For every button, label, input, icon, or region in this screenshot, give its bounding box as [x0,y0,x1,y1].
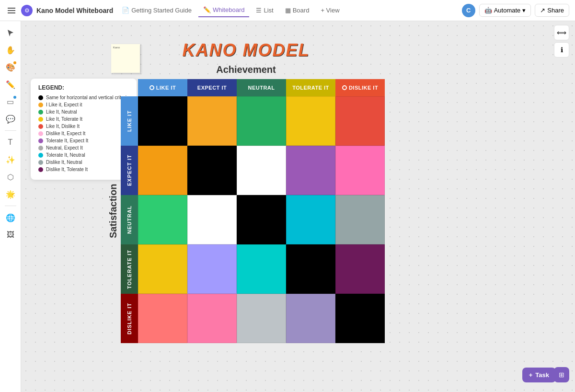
row-header-expect: EXPECT IT [121,146,138,195]
grid-cell[interactable] [237,146,286,195]
row-header-dislike: DISLIKE IT [121,294,138,343]
expand-icon[interactable]: ⟺ [554,25,569,40]
legend-item-label: Dislike It, Expect It [46,131,85,136]
legend-dot [38,153,43,158]
grid-cell[interactable] [138,294,187,343]
tab-list[interactable]: ☰ List [251,4,278,17]
grid-cell[interactable]: Kano [138,96,187,146]
legend-dot [38,95,43,100]
grid-cell[interactable] [335,244,385,294]
tab-getting-started[interactable]: 📄 Getting Started Guide [117,4,196,17]
sidebar-magic-tool[interactable]: ✨ [3,152,18,167]
legend-item-label: Dislike It, Neutral [46,160,82,165]
sidebar-ai-tool[interactable]: 🌟 [3,186,18,202]
col-header-dislike: DISLIKE IT [335,79,385,96]
col-header-label: NEUTRAL [248,85,275,91]
left-sidebar: ✋ 🎨 ✏️ ▭ 💬 T ✨ ⬡ 🌟 🌐 🖼 [0,21,21,392]
grid-row [138,146,385,195]
task-button[interactable]: + Task [522,368,556,382]
sticky-note: Kano [111,44,140,73]
legend-dot [38,124,43,129]
legend-item-label: Tolerate It, Neutral [46,152,85,158]
legend-item-label: Like It, Dislike It [46,124,80,129]
grid-cell[interactable] [138,244,187,294]
row-header-like: LIKE IT [121,96,138,146]
grid-cell[interactable] [237,195,286,244]
share-icon: ↗ [540,7,545,14]
col-header-label: LIKE IT [156,85,176,91]
legend-item-label: Like It, Neutral [46,109,77,115]
col-header-expect: EXPECT IT [187,79,237,96]
col-header-label: TOLERATE IT [292,85,329,91]
chevron-down-icon: ▾ [522,7,526,14]
grid-cell[interactable] [286,294,335,343]
grid-cell[interactable] [138,146,187,195]
grid-cell[interactable] [335,146,385,195]
nav-right: C 🤖 Automate ▾ ↗ Share [462,4,569,17]
sidebar-globe-tool[interactable]: 🌐 [3,210,18,225]
tab-board[interactable]: ▦ Board [280,4,314,17]
tab-view[interactable]: + View [316,4,344,17]
grid-cell[interactable] [335,294,385,343]
avatar: C [462,4,475,17]
legend-dot [38,167,43,172]
grid-cell[interactable] [237,96,286,146]
col-header-tolerate: TOLERATE IT [286,79,335,96]
menu-button[interactable] [6,6,17,15]
col-header-label: DISLIKE IT [349,85,378,91]
sidebar-pen-tool[interactable]: ✏️ [3,77,18,92]
share-button[interactable]: ↗ Share [535,4,569,17]
app-title: Kano Model Whiteboard [36,7,113,14]
sidebar-cursor-tool[interactable] [3,25,18,40]
col-header-like: LIKE IT [138,79,187,96]
list-icon: ☰ [256,7,262,14]
whiteboard-icon: ✏️ [203,6,211,13]
info-icon[interactable]: ℹ [554,42,569,58]
grid-cell[interactable] [237,294,286,343]
satisfaction-label: Satisfaction [107,79,119,343]
grid-rows: Kano [138,96,385,343]
grid-cell[interactable] [187,195,237,244]
legend-item-label: Tolerate It, Expect It [46,138,88,143]
top-navigation: ⚙ Kano Model Whiteboard 📄 Getting Starte… [0,0,575,21]
grid-cell[interactable] [187,294,237,343]
grid-row [138,244,385,294]
grid-cell[interactable] [187,96,237,146]
achievement-label: Achievement [216,64,276,75]
kano-grid-wrapper: Satisfaction LIKE ITEXPECT ITNEUTRALTOLE… [107,79,385,343]
grid-row: Kano [138,96,385,146]
sidebar-comment-tool[interactable]: 💬 [3,111,18,127]
grid-cell[interactable] [335,195,385,244]
grid-cell[interactable] [237,244,286,294]
grid-cell[interactable] [187,146,237,195]
nav-left: ⚙ Kano Model Whiteboard 📄 Getting Starte… [6,3,458,17]
doc-icon: 📄 [122,7,129,14]
grid-row [138,294,385,343]
col-header-label: EXPECT IT [197,85,227,91]
sidebar-connect-tool[interactable]: ⬡ [3,169,18,184]
grid-cell[interactable] [286,96,335,146]
sidebar-hand-tool[interactable]: ✋ [3,42,18,58]
sidebar-text-tool[interactable]: T [3,135,18,150]
board-icon: ▦ [285,7,291,14]
kano-title: KANO MODEL [183,40,310,60]
grid-cell[interactable] [187,244,237,294]
automate-button[interactable]: 🤖 Automate ▾ [479,4,531,17]
kano-grid: LIKE ITEXPECT ITNEUTRALTOLERATE ITDISLIK… [138,79,385,343]
grid-cell[interactable] [286,195,335,244]
row-header-neutral: NEUTRAL [121,195,138,244]
sidebar-shape-tool[interactable]: ▭ [3,94,18,109]
legend-dot [38,117,43,122]
sidebar-paint-tool[interactable]: 🎨 [3,59,18,75]
grid-cell[interactable] [286,146,335,195]
legend-item-label: Neutral, Expect It [46,145,83,150]
grid-cell[interactable] [138,195,187,244]
grid-with-rowheaders: LIKE ITEXPECT ITNEUTRALTOLERATE ITDISLIK… [121,79,385,343]
tab-whiteboard[interactable]: ✏️ Whiteboard [198,3,249,17]
plus-icon: + [529,371,533,379]
top-right-icons: ⟺ ℹ [554,25,569,58]
grid-cell[interactable] [335,96,385,146]
grid-cell[interactable] [286,244,335,294]
task-grid-icon[interactable]: ⊞ [554,367,569,382]
sidebar-image-tool[interactable]: 🖼 [3,227,18,242]
